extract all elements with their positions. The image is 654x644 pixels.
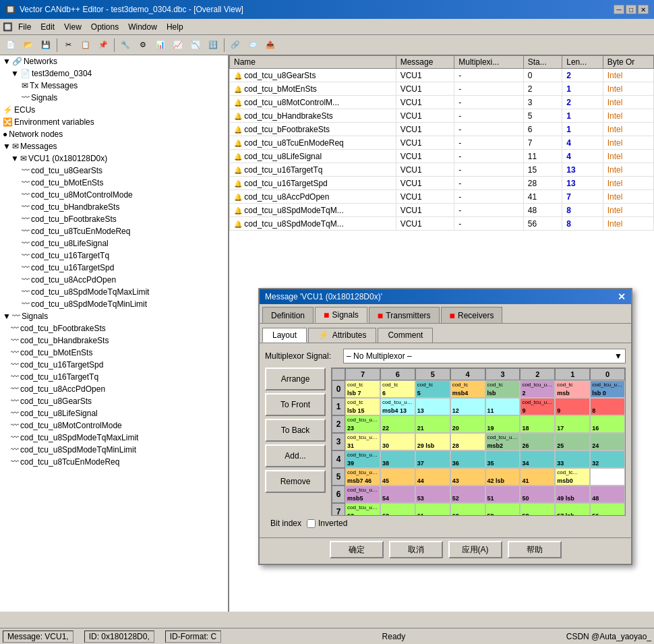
subtab-attributes[interactable]: ⚡ Attributes bbox=[308, 328, 376, 343]
tree-item-s-spdmin[interactable]: 〰 cod_tcu_u8SpdModeTqMinLimit bbox=[0, 444, 228, 456]
tree-item-s-motents[interactable]: 〰 cod_tcu_bMotEnSts bbox=[0, 347, 228, 359]
tree-item-s-footbrake[interactable]: 〰 cod_tcu_bFootbrakeSts bbox=[0, 322, 228, 334]
tree-item-s-handbrake[interactable]: 〰 cod_tcu_bHandbrakeSts bbox=[0, 334, 228, 347]
remove-button[interactable]: Remove bbox=[265, 470, 326, 493]
close-button[interactable]: ✕ bbox=[638, 5, 649, 14]
tree-item-handbrake[interactable]: 〰 cod_tcu_bHandbrakeSts bbox=[0, 201, 228, 213]
toolbar-cut[interactable]: ✂ bbox=[60, 38, 76, 53]
sig-icon-4: 〰 bbox=[22, 202, 30, 212]
tree-item-messages[interactable]: ▼ ✉ Messages bbox=[0, 140, 228, 152]
tree-item-s-tcuenmode[interactable]: 〰 cod_tcu_u8TcuEnModeReq bbox=[0, 456, 228, 468]
toolbar-btn-8[interactable]: 🔢 bbox=[205, 38, 221, 53]
menu-help[interactable]: Help bbox=[162, 21, 187, 33]
grid-cell-4-6: 38 bbox=[380, 450, 415, 468]
tree-item-tcuenmode[interactable]: 〰 cod_tcu_u8TcuEnModeReq bbox=[0, 225, 228, 237]
tree-item-life[interactable]: 〰 cod_tcu_u8LifeSignal bbox=[0, 237, 228, 250]
help-button[interactable]: 帮助 bbox=[508, 541, 562, 558]
toolbar-btn-4[interactable]: ⚙ bbox=[135, 38, 151, 53]
menu-view[interactable]: View bbox=[60, 21, 86, 33]
tree-item-s-motctrl[interactable]: 〰 cod_tcu_u8MotControlMode bbox=[0, 419, 228, 432]
subtab-comment[interactable]: Comment bbox=[378, 328, 433, 343]
grid-cell-3-1: 25 bbox=[555, 433, 590, 450]
tree-item-s-spdmax[interactable]: 〰 cod_tcu_u8SpdModeTqMaxLimit bbox=[0, 432, 228, 444]
tree-item-tgttq[interactable]: 〰 cod_tcu_u16TargetTq bbox=[0, 250, 228, 262]
tree-item-gearts[interactable]: 〰 cod_tcu_u8GearSts bbox=[0, 165, 228, 177]
tree-item-ecus[interactable]: ⚡ ECUs bbox=[0, 104, 228, 116]
subtab-layout[interactable]: Layout bbox=[262, 328, 307, 343]
toolbar-btn-9[interactable]: 🔗 bbox=[227, 38, 243, 53]
menu-edit[interactable]: Edit bbox=[36, 21, 59, 33]
tree-item-env-vars[interactable]: 🔀 Environment variables bbox=[0, 116, 228, 128]
table-row[interactable]: 🔔 cod_tcu_u8AccPdOpen VCU1 - 41 7 Intel bbox=[230, 190, 654, 204]
tree-item-s-accpd[interactable]: 〰 cod_tcu_u8AccPdOpen bbox=[0, 383, 228, 395]
tree-item-networks[interactable]: ▼ 🔗 Networks bbox=[0, 55, 228, 67]
menu-bar: 🔲 File Edit View Options Window Help bbox=[0, 19, 654, 35]
minimize-button[interactable]: ─ bbox=[614, 5, 624, 14]
arrange-button[interactable]: Arrange bbox=[265, 368, 326, 390]
restore-button[interactable]: □ bbox=[626, 5, 636, 14]
grid-row-5: 5 bbox=[332, 468, 345, 486]
table-row[interactable]: 🔔 cod_tcu_bMotEnSts VCU1 - 2 1 Intel bbox=[230, 82, 654, 96]
grid-cell-3-5: 29 lsb bbox=[415, 433, 450, 450]
menu-file[interactable]: File bbox=[14, 21, 35, 33]
tree-item-tx-messages[interactable]: ✉ Tx Messages bbox=[0, 80, 228, 92]
toolbar-save[interactable]: 💾 bbox=[38, 38, 54, 53]
table-row[interactable]: 🔔 cod_tcu_u8GearSts VCU1 - 0 2 Intel bbox=[230, 69, 654, 82]
tree-item-test3demo[interactable]: ▼ 📄 test3demo_0304 bbox=[0, 67, 228, 80]
table-row[interactable]: 🔔 cod_tcu_u8LifeSignal VCU1 - 11 4 Intel bbox=[230, 150, 654, 163]
tab-signals[interactable]: ■ Signals bbox=[315, 307, 367, 323]
table-row[interactable]: 🔔 cod_tcu_bFootbrakeSts VCU1 - 6 1 Intel bbox=[230, 123, 654, 136]
ok-button[interactable]: 确定 bbox=[330, 541, 384, 558]
cancel-button[interactable]: 取消 bbox=[389, 541, 443, 558]
toolbar-btn-7[interactable]: 📉 bbox=[187, 38, 204, 53]
menu-options[interactable]: Options bbox=[87, 21, 123, 33]
toolbar-new[interactable]: 📄 bbox=[3, 38, 19, 53]
tree-item-motctrl[interactable]: 〰 cod_tcu_u8MotControlMode bbox=[0, 189, 228, 201]
tree-item-s-tgttq[interactable]: 〰 cod_tcu_u16TargetTq bbox=[0, 371, 228, 383]
tab-definition[interactable]: Definition bbox=[262, 307, 314, 323]
tree-item-s-gearsts[interactable]: 〰 cod_tcu_u8GearSts bbox=[0, 395, 228, 407]
table-row[interactable]: 🔔 cod_tcu_u8MotControlM... VCU1 - 3 2 In… bbox=[230, 96, 654, 109]
tab-receivers[interactable]: ■ Receivers bbox=[441, 307, 503, 323]
menu-window[interactable]: Window bbox=[124, 21, 161, 33]
grid-cell-3-0: 24 bbox=[590, 433, 625, 450]
toolbar-paste[interactable]: 📌 bbox=[95, 38, 111, 53]
apply-button[interactable]: 应用(A) bbox=[448, 541, 502, 558]
tree-item-vcu1[interactable]: ▼ ✉ VCU1 (0x180128D0x) bbox=[0, 152, 228, 165]
tab-transmitters[interactable]: ■ Transmitters bbox=[369, 307, 440, 323]
tree-item-tgtspd[interactable]: 〰 cod_tcu_u16TargetSpd bbox=[0, 262, 228, 274]
add-button[interactable]: Add... bbox=[265, 444, 326, 467]
tree-item-net-nodes[interactable]: ● Network nodes bbox=[0, 128, 228, 140]
tree-item-motents[interactable]: 〰 cod_tcu_bMotEnSts bbox=[0, 177, 228, 189]
modal-close-button[interactable]: ✕ bbox=[618, 291, 626, 302]
table-row[interactable]: 🔔 cod_tcu_u8SpdModeTqM... VCU1 - 48 8 In… bbox=[230, 204, 654, 217]
toolbar-btn-5[interactable]: 📊 bbox=[152, 38, 169, 53]
table-row[interactable]: 🔔 cod_tcu_u8TcuEnModeReq VCU1 - 7 4 Inte… bbox=[230, 136, 654, 150]
tree-item-spdmin[interactable]: 〰 cod_tcu_u8SpdModeTqMinLimit bbox=[0, 298, 228, 310]
inverted-checkbox[interactable] bbox=[307, 519, 316, 528]
tree-item-spdmax[interactable]: 〰 cod_tcu_u8SpdModeTqMaxLimit bbox=[0, 286, 228, 298]
toolbar-btn-3[interactable]: 🔧 bbox=[117, 38, 133, 53]
tree-item-footbrake[interactable]: 〰 cod_tcu_bFootbrakeSts bbox=[0, 213, 228, 225]
to-front-button[interactable]: To Front bbox=[265, 393, 326, 416]
grid-cell-2-2: 18 bbox=[520, 415, 555, 433]
tree-item-s-life[interactable]: 〰 cod_tcu_u8LifeSignal bbox=[0, 407, 228, 419]
tree-item-accpd[interactable]: 〰 cod_tcu_u8AccPdOpen bbox=[0, 274, 228, 286]
table-row[interactable]: 🔔 cod_tcu_bHandbrakeSts VCU1 - 5 1 Intel bbox=[230, 109, 654, 123]
table-row[interactable]: 🔔 cod_tcu_u16TargetSpd VCU1 - 28 13 Inte… bbox=[230, 177, 654, 190]
table-row[interactable]: 🔔 cod_tcu_u16TargetTq VCU1 - 15 13 Intel bbox=[230, 163, 654, 177]
multiplexor-select[interactable]: – No Multiplexor – ▼ bbox=[343, 349, 626, 363]
toolbar-btn-10[interactable]: 📨 bbox=[245, 38, 261, 53]
toolbar-copy[interactable]: 📋 bbox=[78, 38, 94, 53]
to-back-button[interactable]: To Back bbox=[265, 419, 326, 442]
s-icon-11: 〰 bbox=[11, 445, 19, 455]
table-row[interactable]: 🔔 cod_tcu_u8SpdModeTqM... VCU1 - 56 8 In… bbox=[230, 217, 654, 231]
grid-scrollbar[interactable] bbox=[625, 368, 626, 515]
tree-item-signals-root[interactable]: ▼ 〰 Signals bbox=[0, 310, 228, 322]
toolbar-btn-6[interactable]: 📈 bbox=[170, 38, 186, 53]
toolbar-open[interactable]: 📂 bbox=[20, 38, 36, 53]
grid-cell-5-2: 41 bbox=[520, 468, 555, 486]
tree-item-s-tgtspd[interactable]: 〰 cod_tcu_u16TargetSpd bbox=[0, 359, 228, 371]
toolbar-btn-11[interactable]: 📤 bbox=[262, 38, 278, 53]
tree-item-signals-sub[interactable]: 〰 Signals bbox=[0, 92, 228, 104]
